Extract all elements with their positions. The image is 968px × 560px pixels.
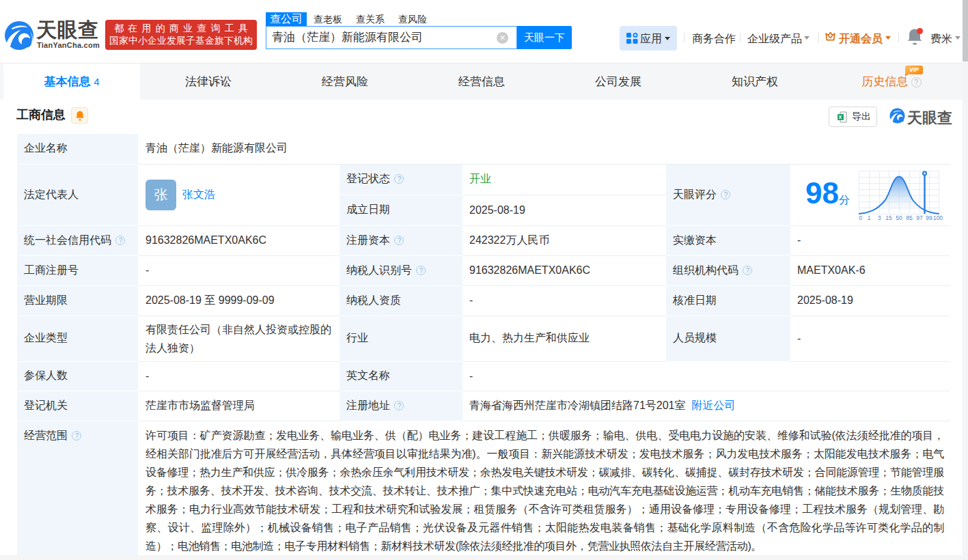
svg-text:99: 99 [926,214,932,221]
svg-text:15: 15 [885,214,892,221]
svg-text:1: 1 [868,214,871,221]
svg-text:3: 3 [878,214,881,221]
svg-text:0: 0 [859,214,862,221]
svg-text:97: 97 [916,214,923,221]
svg-text:85: 85 [906,214,913,221]
svg-text:100: 100 [933,214,943,221]
svg-text:50: 50 [896,214,902,221]
